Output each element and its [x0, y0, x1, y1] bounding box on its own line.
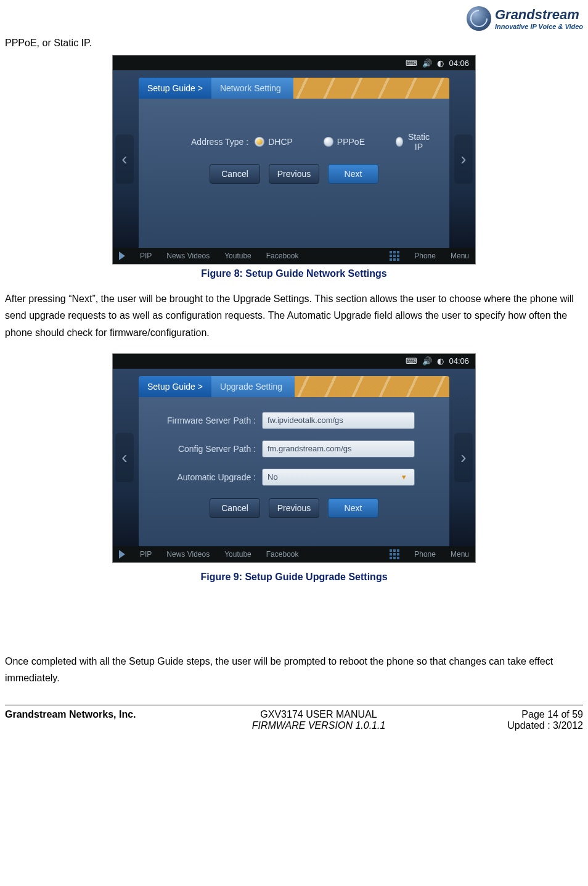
breadcrumb-root: Setup Guide > [139, 78, 211, 99]
bottom-news[interactable]: News Videos [166, 252, 210, 260]
status-time: 04:06 [449, 356, 469, 366]
nav-left-arrow[interactable]: ‹ [115, 433, 134, 482]
status-bar: ⌨ 🔊 ◐ 04:06 [113, 354, 475, 369]
radio-static-ip[interactable]: Static IP [396, 132, 431, 152]
footer-rule [5, 705, 583, 705]
footer-updated: Updated : 3/2012 [460, 720, 583, 731]
footer-manual: GXV3174 USER MANUAL [178, 709, 460, 720]
previous-button[interactable]: Previous [269, 164, 319, 184]
bottom-pip[interactable]: PIP [140, 252, 152, 260]
setup-panel: Setup Guide > Network Setting Address Ty… [139, 78, 449, 248]
nav-right-arrow[interactable]: › [454, 433, 473, 482]
breadcrumb-root: Setup Guide > [139, 376, 211, 397]
automatic-upgrade-select[interactable]: No ▾ [262, 469, 415, 486]
keyboard-icon: ⌨ [406, 59, 417, 68]
apps-grid-icon[interactable] [390, 549, 399, 559]
breadcrumb-progress-icon [293, 78, 449, 99]
figure-8-caption: Figure 8: Setup Guide Network Settings [5, 268, 583, 279]
next-button[interactable]: Next [328, 164, 378, 184]
footer-page: Page 14 of 59 [460, 709, 583, 720]
bottom-youtube[interactable]: Youtube [224, 252, 251, 260]
status-time: 04:06 [449, 59, 469, 68]
figure-9-caption: Figure 9: Setup Guide Upgrade Settings [5, 572, 583, 583]
previous-button[interactable]: Previous [269, 498, 319, 518]
paragraph-after-fig8: After pressing “Next”, the user will be … [5, 290, 583, 341]
page-header: Grandstream Innovative IP Voice & Video [5, 6, 583, 31]
firmware-server-value: fw.ipvideotalk.com/gs [267, 416, 343, 425]
signal-icon: ◐ [437, 356, 444, 366]
radio-icon [396, 137, 403, 147]
bottom-news[interactable]: News Videos [166, 550, 210, 559]
bottom-youtube[interactable]: Youtube [224, 550, 251, 559]
play-icon[interactable] [119, 252, 125, 260]
config-server-input[interactable]: fm.grandstream.com/gs [262, 440, 415, 457]
volume-icon: 🔊 [422, 356, 432, 366]
breadcrumb: Setup Guide > Upgrade Setting [139, 376, 449, 397]
breadcrumb-current: Upgrade Setting [211, 376, 295, 397]
firmware-server-label: Firmware Server Path : [157, 416, 262, 425]
brand-logo: Grandstream Innovative IP Voice & Video [467, 6, 583, 31]
logo-name: Grandstream [495, 7, 579, 22]
bottom-pip[interactable]: PIP [140, 550, 152, 559]
radio-static-label: Static IP [407, 132, 431, 152]
bottom-facebook[interactable]: Facebook [266, 550, 299, 559]
footer-firmware: FIRMWARE VERSION 1.0.1.1 [178, 720, 460, 731]
logo-tagline: Innovative IP Voice & Video [495, 23, 583, 30]
breadcrumb-current: Network Setting [211, 78, 293, 99]
address-type-label: Address Type : [157, 137, 255, 147]
figure-8-screenshot: ⌨ 🔊 ◐ 04:06 ‹ › Setup Guide > Network Se… [112, 55, 476, 265]
radio-icon [324, 137, 333, 147]
breadcrumb: Setup Guide > Network Setting [139, 78, 449, 99]
logo-mark-icon [467, 6, 491, 31]
nav-left-arrow[interactable]: ‹ [115, 134, 134, 184]
chevron-down-icon: ▾ [398, 472, 409, 483]
bottom-menu[interactable]: Menu [451, 252, 469, 260]
footer-line-2: FIRMWARE VERSION 1.0.1.1 Updated : 3/201… [5, 720, 583, 731]
automatic-upgrade-value: No [267, 472, 278, 482]
radio-pppoe[interactable]: PPPoE [324, 132, 365, 152]
automatic-upgrade-label: Automatic Upgrade : [157, 472, 262, 482]
radio-pppoe-label: PPPoE [337, 137, 365, 147]
bottom-phone[interactable]: Phone [414, 550, 436, 559]
footer-line-1: Grandstream Networks, Inc. GXV3174 USER … [5, 709, 583, 720]
radio-icon [255, 137, 264, 147]
bottom-bar: PIP News Videos Youtube Facebook Phone M… [113, 248, 475, 264]
next-button[interactable]: Next [328, 498, 378, 518]
cancel-button[interactable]: Cancel [210, 498, 260, 518]
bottom-bar: PIP News Videos Youtube Facebook Phone M… [113, 546, 475, 562]
firmware-server-input[interactable]: fw.ipvideotalk.com/gs [262, 412, 415, 429]
footer-company: Grandstream Networks, Inc. [5, 709, 178, 720]
radio-dhcp[interactable]: DHCP [255, 132, 293, 152]
play-icon[interactable] [119, 550, 125, 559]
bottom-facebook[interactable]: Facebook [266, 252, 299, 260]
status-bar: ⌨ 🔊 ◐ 04:06 [113, 55, 475, 70]
paragraph-after-fig9: Once completed with all the Setup Guide … [5, 653, 583, 686]
intro-fragment: PPPoE, or Static IP. [5, 35, 583, 51]
figure-9-screenshot: ⌨ 🔊 ◐ 04:06 ‹ › Setup Guide > Upgrade Se… [112, 353, 476, 563]
volume-icon: 🔊 [422, 59, 432, 68]
nav-right-arrow[interactable]: › [454, 134, 473, 184]
radio-dhcp-label: DHCP [268, 137, 293, 147]
config-server-label: Config Server Path : [157, 444, 262, 454]
keyboard-icon: ⌨ [406, 356, 417, 366]
bottom-phone[interactable]: Phone [414, 252, 436, 260]
config-server-value: fm.grandstream.com/gs [267, 444, 352, 453]
cancel-button[interactable]: Cancel [210, 164, 260, 184]
signal-icon: ◐ [437, 59, 444, 68]
setup-panel: Setup Guide > Upgrade Setting Firmware S… [139, 376, 449, 546]
bottom-menu[interactable]: Menu [451, 550, 469, 559]
breadcrumb-progress-icon [295, 376, 449, 397]
apps-grid-icon[interactable] [390, 251, 399, 261]
